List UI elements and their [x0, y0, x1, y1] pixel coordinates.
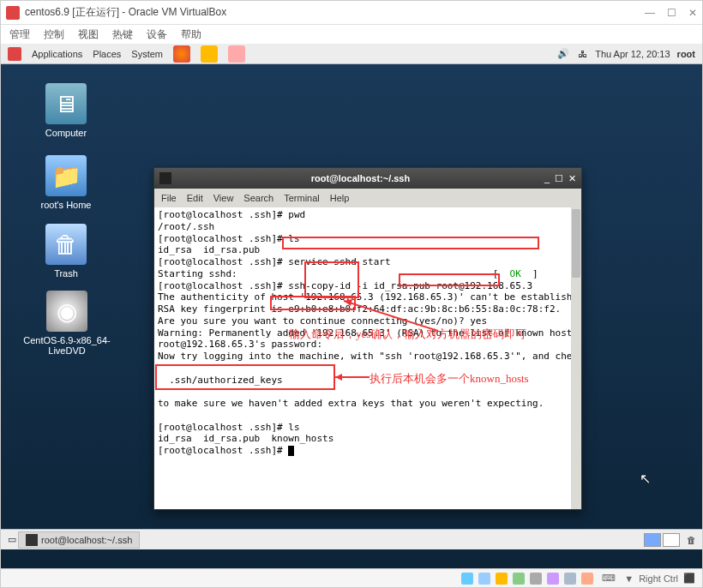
vbox-titlebar[interactable]: centos6.9 [正在运行] - Oracle VM VirtualBox …: [1, 1, 702, 25]
status-optical-icon[interactable]: [478, 573, 490, 585]
terminal-menu-search[interactable]: Search: [243, 193, 273, 203]
terminal-menu-view[interactable]: View: [213, 193, 234, 203]
minimize-button[interactable]: —: [645, 7, 655, 19]
mouse-cursor-icon: ↖: [640, 471, 651, 487]
home-folder-icon: 📁: [45, 155, 87, 196]
firefox-icon[interactable]: [173, 45, 190, 63]
task-terminal-icon: [26, 534, 38, 546]
host-key-label: Right Ctrl: [639, 573, 678, 584]
desktop-icon-label: root's Home: [32, 200, 100, 210]
menu-control[interactable]: 控制: [44, 27, 64, 42]
clock[interactable]: Thu Apr 12, 20:13: [595, 49, 670, 59]
terminal-maximize-button[interactable]: ☐: [555, 173, 563, 184]
vbox-menubar: 管理 控制 视图 热键 设备 帮助: [1, 25, 702, 44]
network-icon[interactable]: 🖧: [576, 48, 588, 60]
annotation-box-yes: [399, 273, 500, 286]
vbox-window-title: centos6.9 [正在运行] - Oracle VM VirtualBox: [25, 5, 645, 20]
status-display-icon[interactable]: [564, 573, 576, 585]
annotation-text-1: 输入命令后，yes确认，输入对方机器的密码即可: [289, 327, 526, 342]
gnome-bottom-panel: ▭ root@localhost:~/.ssh 🗑: [1, 529, 702, 549]
annotation-box-ls-result: [155, 364, 335, 390]
annotation-box-fingerprint: [304, 261, 359, 298]
cd-icon: ◉: [46, 291, 87, 332]
show-desktop-icon[interactable]: ▭: [6, 534, 18, 546]
terminal-close-button[interactable]: ✕: [568, 173, 576, 184]
terminal-cursor: [288, 446, 294, 456]
vbox-statusbar: ⌨ ▼ Right Ctrl ⬛: [1, 568, 702, 587]
workspace-2[interactable]: [663, 533, 680, 547]
menu-help[interactable]: 帮助: [181, 27, 201, 42]
menu-view[interactable]: 视图: [78, 27, 99, 42]
desktop-icon-trash[interactable]: 🗑 Trash: [32, 224, 100, 279]
menu-system[interactable]: System: [131, 49, 163, 59]
desktop-icon-label: Computer: [32, 128, 100, 138]
host-key-indicator-icon: ⬛: [683, 573, 695, 584]
task-label: root@localhost:~/.ssh: [41, 535, 132, 545]
notifier-icon[interactable]: [228, 45, 245, 63]
virtualbox-icon: [6, 6, 20, 20]
terminal-output[interactable]: [root@localhost .ssh]# pwd /root/.ssh [r…: [154, 207, 581, 509]
status-usb-icon[interactable]: [530, 573, 542, 585]
terminal-minimize-button[interactable]: _: [544, 173, 550, 184]
annotation-box-password: [270, 296, 356, 310]
desktop-icon-label: Trash: [32, 268, 100, 279]
maximize-button[interactable]: ☐: [667, 7, 676, 19]
terminal-menu-file[interactable]: File: [161, 193, 177, 203]
annotation-text-2: 执行后本机会多一个known_hosts: [370, 371, 529, 387]
terminal-titlebar[interactable]: root@localhost:~/.ssh _ ☐ ✕: [154, 168, 581, 189]
status-audio-icon[interactable]: [496, 573, 508, 585]
close-button[interactable]: ✕: [688, 7, 697, 19]
computer-icon: 🖥: [45, 83, 87, 124]
taskbar-button-terminal[interactable]: root@localhost:~/.ssh: [18, 531, 140, 549]
annotation-box-ssh-copy-id: [282, 237, 539, 249]
trash-icon: 🗑: [45, 224, 87, 265]
status-disk-icon[interactable]: [461, 573, 473, 585]
virtualbox-window: centos6.9 [正在运行] - Oracle VM VirtualBox …: [0, 0, 703, 588]
desktop-icon-computer[interactable]: 🖥 Computer: [32, 83, 100, 138]
trash-panel-icon[interactable]: 🗑: [685, 534, 697, 546]
menu-hotkey[interactable]: 热键: [112, 27, 133, 42]
user-menu[interactable]: root: [677, 49, 695, 59]
menu-devices[interactable]: 设备: [147, 27, 167, 42]
terminal-menu-edit[interactable]: Edit: [187, 193, 203, 203]
status-shared-folder-icon[interactable]: [547, 573, 559, 585]
desktop-icon-label: CentOS-6.9-x86_64-LiveDVD: [16, 335, 117, 356]
menu-applications[interactable]: Applications: [32, 49, 82, 59]
workspace-1[interactable]: [644, 533, 661, 547]
status-network-icon[interactable]: [513, 573, 525, 585]
guest-desktop[interactable]: Applications Places System 🔊 🖧 Thu Apr 1…: [1, 44, 702, 568]
terminal-menu-terminal[interactable]: Terminal: [284, 193, 320, 203]
terminal-menu-help[interactable]: Help: [330, 193, 350, 203]
terminal-title: root@localhost:~/.ssh: [177, 173, 544, 183]
terminal-menubar: File Edit View Search Terminal Help: [154, 189, 581, 207]
volume-icon[interactable]: 🔊: [557, 48, 569, 60]
status-recording-icon[interactable]: [581, 573, 593, 585]
system-logo-icon: [8, 47, 21, 61]
gnome-top-panel: Applications Places System 🔊 🖧 Thu Apr 1…: [1, 44, 702, 64]
scrollbar-thumb[interactable]: [572, 209, 580, 278]
update-icon[interactable]: [201, 45, 218, 63]
menu-places[interactable]: Places: [93, 49, 121, 59]
desktop-icon-home[interactable]: 📁 root's Home: [32, 155, 100, 210]
menu-manage[interactable]: 管理: [9, 27, 30, 42]
terminal-icon: [159, 172, 171, 184]
desktop-icon-livedvd[interactable]: ◉ CentOS-6.9-x86_64-LiveDVD: [16, 291, 117, 356]
terminal-scrollbar[interactable]: [571, 207, 581, 509]
workspace-switcher[interactable]: [644, 533, 680, 547]
